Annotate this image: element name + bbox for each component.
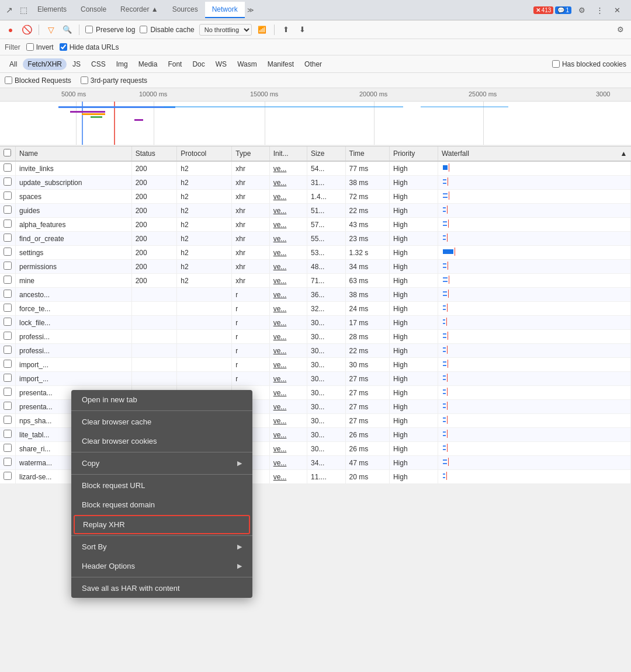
- cm-sort-by-label: Sort By: [82, 542, 107, 551]
- cm-save-har[interactable]: Save all as HAR with content: [71, 579, 252, 598]
- cm-block-domain[interactable]: Block request domain: [71, 495, 252, 514]
- cm-sep-3: [71, 474, 252, 475]
- cm-block-domain-label: Block request domain: [82, 500, 155, 509]
- cm-replay-xhr-label: Replay XHR: [83, 520, 125, 529]
- cm-copy[interactable]: Copy ▶: [71, 454, 252, 473]
- cm-sep-4: [71, 535, 252, 536]
- cm-header-options-arrow: ▶: [237, 562, 242, 570]
- cm-copy-label: Copy: [82, 459, 99, 468]
- cm-clear-cache-label: Clear browser cache: [82, 417, 151, 426]
- cm-clear-cookies-label: Clear browser cookies: [82, 437, 157, 445]
- cm-copy-arrow: ▶: [237, 459, 242, 467]
- cm-clear-cache[interactable]: Clear browser cache: [71, 412, 252, 431]
- cm-sep-2: [71, 452, 252, 452]
- cm-sort-by-arrow: ▶: [237, 543, 242, 551]
- cm-clear-cookies[interactable]: Clear browser cookies: [71, 431, 252, 451]
- cm-save-har-label: Save all as HAR with content: [82, 584, 180, 593]
- cm-header-options[interactable]: Header Options ▶: [71, 556, 252, 576]
- cm-open-new-tab[interactable]: Open in new tab: [71, 390, 252, 409]
- cm-sort-by[interactable]: Sort By ▶: [71, 537, 252, 556]
- context-menu: Open in new tab Clear browser cache Clea…: [71, 390, 252, 598]
- cm-header-options-label: Header Options: [82, 562, 135, 570]
- context-menu-overlay[interactable]: Open in new tab Clear browser cache Clea…: [0, 0, 631, 672]
- cm-open-new-tab-label: Open in new tab: [82, 395, 137, 404]
- cm-replay-xhr[interactable]: Replay XHR: [74, 515, 250, 534]
- cm-block-url[interactable]: Block request URL: [71, 476, 252, 495]
- cm-block-url-label: Block request URL: [82, 481, 145, 490]
- cm-sep-5: [71, 577, 252, 577]
- cm-sep-1: [71, 410, 252, 411]
